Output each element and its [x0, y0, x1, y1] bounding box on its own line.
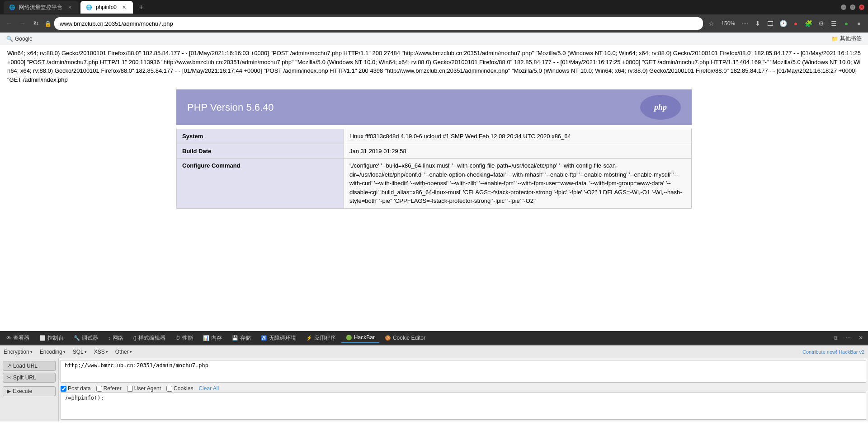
hackbar-sql-menu[interactable]: SQL ▾	[73, 349, 87, 355]
load-url-icon: ↗	[7, 363, 11, 369]
minimize-button[interactable]: ─	[841, 5, 846, 10]
new-tab-button[interactable]: +	[135, 1, 147, 14]
table-value: './configure' '--build=x86_64-linux-musl…	[344, 159, 692, 209]
bookmark-google[interactable]: 🔍 Google	[4, 35, 35, 43]
refresh-button[interactable]: ↻	[31, 18, 42, 29]
forward-button[interactable]: →	[17, 18, 28, 29]
devtools-tab-cookie-editor[interactable]: 🍪 Cookie Editor	[380, 333, 430, 343]
extra-icon[interactable]: ●	[841, 18, 852, 29]
zoom-display: 150%	[718, 20, 738, 27]
network-icon: ↕	[108, 335, 111, 341]
application-icon: ⚡	[306, 335, 312, 341]
phpinfo-table: SystemLinux fff0313c848d 4.19.0-6.ucloud…	[176, 129, 692, 209]
extra-icon-2[interactable]: ●	[854, 18, 864, 29]
clear-all-link[interactable]: Clear All	[198, 385, 219, 392]
close-button[interactable]: ✕	[859, 5, 864, 10]
table-value: Jan 31 2019 01:29:58	[344, 144, 692, 159]
puzzle-icon[interactable]: 🧩	[803, 18, 814, 29]
hackbar-url-input[interactable]: http://www.bmzclub.cn:20351/admin/mochu7…	[61, 360, 866, 383]
devtools-tab-inspector[interactable]: 👁 查看器	[2, 332, 34, 344]
cookie-editor-label: Cookie Editor	[393, 335, 425, 341]
restore-button[interactable]: ⧉	[850, 5, 855, 10]
devtools-tab-style-editor[interactable]: {} 样式编辑器	[129, 332, 170, 344]
devtools-tab-memory[interactable]: 📊 内存	[198, 332, 226, 344]
performance-icon: ⏱	[175, 335, 180, 341]
tab-close-1[interactable]: ✕	[66, 4, 73, 11]
referer-checkbox[interactable]	[96, 386, 102, 392]
table-row: SystemLinux fff0313c848d 4.19.0-6.ucloud…	[177, 129, 692, 144]
user-agent-checkbox[interactable]	[127, 386, 133, 392]
post-data-checkbox-label[interactable]: Post data	[61, 385, 91, 392]
hackbar-tab-icon: 🟢	[346, 335, 352, 341]
devtools-tab-network[interactable]: ↕ 网络	[104, 332, 128, 344]
phpinfo-header: PHP Version 5.6.40 php	[176, 89, 692, 125]
devtools-more-icon[interactable]: ⋯	[843, 332, 854, 343]
hackbar-encryption-menu[interactable]: Encryption ▾	[4, 349, 33, 355]
devtools-undock-icon[interactable]: ⧉	[830, 332, 841, 343]
post-data-checkbox[interactable]	[61, 386, 66, 392]
lock-icon: 🔒	[44, 20, 52, 27]
menu-icon[interactable]: ☰	[828, 18, 839, 29]
clock-icon[interactable]: 🕐	[778, 18, 788, 29]
devtools-tab-performance[interactable]: ⏱ 性能	[171, 332, 198, 344]
execute-label: Execute	[13, 388, 32, 394]
bookmark-folder-label: 其他书签	[840, 35, 862, 42]
split-url-button[interactable]: ✂ Split URL	[3, 373, 56, 383]
tab-active-2[interactable]: 🌐 phpinfo0 ✕	[80, 1, 133, 14]
cookies-checkbox-label[interactable]: Cookies	[166, 385, 193, 392]
table-key: Build Date	[177, 144, 344, 159]
profile-icon[interactable]: ●	[790, 18, 801, 29]
hackbar-encoding-menu[interactable]: Encoding ▾	[40, 349, 66, 355]
download-icon[interactable]: ⬇	[752, 18, 763, 29]
table-value: Linux fff0313c848d 4.19.0-6.ucloud #1 SM…	[344, 129, 692, 144]
more-options-icon[interactable]: ⋯	[740, 18, 750, 29]
user-agent-checkbox-label[interactable]: User Agent	[127, 385, 161, 392]
settings-icon[interactable]: ⚙	[816, 18, 826, 29]
screenshot-icon[interactable]: 🗖	[765, 18, 776, 29]
back-button[interactable]: ←	[4, 18, 14, 29]
hackbar-panel: Encryption ▾ Encoding ▾ SQL ▾ XSS ▾ Othe…	[0, 345, 868, 421]
bookmark-star-icon[interactable]: ☆	[706, 18, 717, 29]
devtools-tab-console[interactable]: ⬜ 控制台	[35, 332, 68, 344]
execute-button[interactable]: ▶ Execute	[3, 386, 56, 396]
performance-label: 性能	[182, 334, 193, 342]
inspector-icon: 👁	[6, 335, 11, 341]
table-row: Configure Command'./configure' '--build=…	[177, 159, 692, 209]
tab-close-2[interactable]: ✕	[120, 4, 127, 11]
devtools-tabs: 👁 查看器 ⬜ 控制台 🔧 调试器 ↕ 网络 {} 样式编辑器 ⏱ 性能 📊 内…	[0, 331, 868, 345]
php-version-title: PHP Version 5.6.40	[187, 100, 274, 115]
hackbar-sidebar: ↗ Load URL ✂ Split URL ▶ Execute	[0, 358, 59, 421]
load-url-label: Load URL	[13, 363, 38, 369]
post-data-label: Post data	[68, 385, 91, 392]
style-editor-label: 样式编辑器	[138, 334, 165, 342]
inspector-label: 查看器	[13, 334, 29, 342]
devtools-tab-storage[interactable]: 💾 存储	[227, 332, 255, 344]
bookmarks-bar: 🔍 Google 📁 其他书签	[0, 33, 868, 45]
devtools-tab-hackbar[interactable]: 🟢 HackBar	[341, 332, 379, 343]
xss-dropdown-arrow: ▾	[106, 350, 108, 354]
style-editor-icon: {}	[133, 335, 137, 341]
post-data-area[interactable]: 7=phpinfo();	[61, 393, 866, 420]
cookies-checkbox[interactable]	[166, 386, 172, 392]
bookmark-folder-other[interactable]: 📁 其他书签	[829, 34, 864, 43]
devtools-tab-debugger[interactable]: 🔧 调试器	[69, 332, 103, 344]
other-label: Other	[115, 349, 129, 355]
devtools-tab-accessibility[interactable]: ♿ 无障碍环境	[256, 332, 301, 344]
encoding-label: Encoding	[40, 349, 62, 355]
window-controls: ─ ⧉ ✕	[841, 5, 864, 10]
memory-icon: 📊	[203, 335, 209, 341]
referer-checkbox-label[interactable]: Referer	[96, 385, 122, 392]
encryption-label: Encryption	[4, 349, 29, 355]
devtools-tab-application[interactable]: ⚡ 应用程序	[302, 332, 340, 344]
hackbar-other-menu[interactable]: Other ▾	[115, 349, 132, 355]
load-url-button[interactable]: ↗ Load URL	[3, 361, 56, 371]
address-input[interactable]	[54, 17, 703, 30]
tab-inactive-1[interactable]: 🌐 网络流量监控平台 ✕	[4, 1, 79, 14]
cookie-editor-icon: 🍪	[385, 335, 391, 341]
devtools-close-icon[interactable]: ✕	[855, 332, 866, 343]
php-logo: php	[640, 95, 681, 120]
referer-label: Referer	[104, 385, 122, 392]
hackbar-xss-menu[interactable]: XSS ▾	[94, 349, 108, 355]
hackbar-body: ↗ Load URL ✂ Split URL ▶ Execute http://…	[0, 358, 868, 421]
hackbar-main: http://www.bmzclub.cn:20351/admin/mochu7…	[59, 358, 868, 421]
